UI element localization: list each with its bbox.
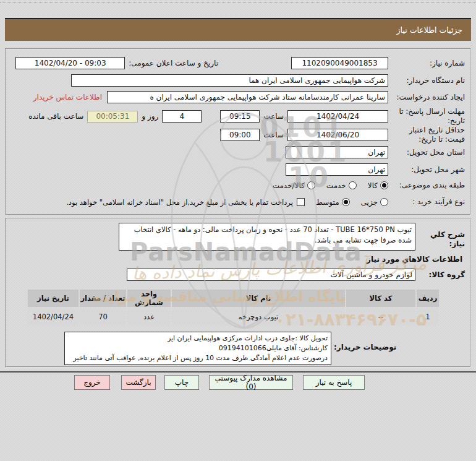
items-table-row: 1 -- تیوب دوچرخه عدد 70 1402/04/24 bbox=[28, 308, 439, 325]
cell-need-date: 1402/04/24 bbox=[28, 308, 79, 325]
row-goods-group: گروه کالا: bbox=[11, 269, 465, 281]
cell-quantity: 70 bbox=[80, 308, 126, 325]
radio-service-label: خدمت bbox=[326, 181, 346, 190]
back-button[interactable]: بازگشت bbox=[121, 375, 156, 390]
goods-info-panel: شرح کلي نیاز: تیوب TUBE 16*750 PN - تعدا… bbox=[5, 218, 471, 368]
buyer-notes-box[interactable]: تحویل کالا :جلوی درب ادارات مرکزی هواپیم… bbox=[64, 332, 331, 365]
radio-goods[interactable] bbox=[380, 181, 388, 189]
radio-service[interactable] bbox=[349, 181, 357, 189]
row-buyer-org: نام دستگاه خریدار: bbox=[11, 74, 465, 87]
col-item-name: نام کالا bbox=[172, 290, 345, 307]
radio-medium-label: متوسط bbox=[316, 198, 339, 207]
cell-row-number: 1 bbox=[417, 308, 439, 325]
exit-button[interactable]: خروج bbox=[74, 375, 110, 390]
view-attachments-button[interactable]: مشاهده مدارک پیوستي (0) bbox=[209, 375, 293, 390]
col-item-code: کد کالا bbox=[346, 290, 415, 307]
deadline-date-input[interactable] bbox=[287, 110, 388, 123]
need-description-label: شرح کلي نیاز: bbox=[415, 223, 465, 249]
price-validity-label: حداقل تاریخ اعتبار قیمت: تا تاریخ: bbox=[388, 126, 465, 144]
row-need-description: شرح کلي نیاز: تیوب TUBE 16*750 PN - تعدا… bbox=[11, 223, 465, 251]
request-creator-input[interactable] bbox=[107, 91, 388, 103]
need-info-panel: شماره نیاز: تاریخ و ساعت اعلان عمومی: نا… bbox=[5, 48, 471, 215]
respond-button[interactable]: پاسخ به نیاز bbox=[303, 375, 365, 390]
delivery-city-input[interactable] bbox=[286, 163, 388, 176]
row-need-number: شماره نیاز: تاریخ و ساعت اعلان عمومی: bbox=[11, 57, 465, 69]
days-and-label: روز و bbox=[142, 112, 158, 121]
top-dotted-divider bbox=[0, 2, 476, 3]
cell-item-name: تیوب دوچرخه bbox=[172, 308, 345, 325]
price-validity-time-input[interactable] bbox=[220, 129, 260, 141]
print-button[interactable]: چاپ bbox=[164, 375, 199, 390]
announce-datetime-input[interactable] bbox=[15, 57, 125, 69]
row-request-creator: ایجاد کننده درخواست: اطلاعات تماس خریدار bbox=[11, 91, 465, 103]
radio-minor[interactable] bbox=[380, 198, 388, 206]
col-unit: واحد شمارش bbox=[127, 290, 171, 307]
need-number-label: شماره نیاز: bbox=[388, 59, 465, 68]
row-delivery-province: استان محل تحویل: bbox=[11, 146, 465, 158]
request-creator-label: ایجاد کننده درخواست: bbox=[388, 93, 465, 102]
announce-label: تاریخ و ساعت اعلان عمومی: bbox=[129, 59, 218, 67]
remaining-countdown: 00:05:31 bbox=[87, 111, 138, 123]
price-validity-date-input[interactable] bbox=[287, 129, 388, 141]
items-section-header: اطلاعات کالاهاي مورد نیاز bbox=[367, 255, 462, 264]
price-validity-hour-label: ساعت bbox=[263, 131, 284, 139]
row-buyer-notes: توضیحات خریدار: تحویل کالا :جلوی درب ادا… bbox=[11, 332, 465, 365]
radio-minor-label: جزیی bbox=[361, 198, 378, 207]
buyer-notes-label: توضیحات خریدار: bbox=[331, 332, 465, 352]
row-price-validity: حداقل تاریخ اعتبار قیمت: تا تاریخ: ساعت bbox=[11, 126, 465, 144]
buyer-org-input[interactable] bbox=[71, 74, 388, 87]
subject-category-label: طبقه بندی موضوعی: bbox=[388, 181, 465, 190]
cell-item-code: -- bbox=[346, 308, 415, 325]
need-number-input[interactable] bbox=[291, 57, 388, 69]
need-details-page: { "colors": { "header": "#8a6a44", "link… bbox=[0, 0, 476, 461]
footer-divider bbox=[0, 371, 476, 373]
treasury-docs-checkbox[interactable] bbox=[297, 198, 305, 206]
page-title: جزئیات اطلاعات نیاز bbox=[397, 25, 462, 35]
goods-group-input[interactable] bbox=[127, 269, 415, 281]
radio-goods-label: کالا bbox=[368, 181, 378, 190]
items-table-header-row: ردیف کد کالا نام کالا واحد شمارش تعداد /… bbox=[28, 290, 439, 307]
cell-unit: عدد bbox=[127, 308, 171, 325]
items-table: ردیف کد کالا نام کالا واحد شمارش تعداد /… bbox=[27, 288, 440, 327]
row-subject-category: طبقه بندی موضوعی: کالا خدمت کالا/خدمت bbox=[11, 181, 465, 190]
purchase-process-label: نوع فرآیند خرید : bbox=[388, 197, 465, 207]
remaining-hours-label: ساعت باقی مانده bbox=[28, 112, 83, 121]
delivery-province-input[interactable] bbox=[286, 146, 388, 158]
deadline-days-input[interactable] bbox=[162, 110, 202, 123]
col-quantity: تعداد / مقدار bbox=[80, 290, 126, 307]
col-row-number: ردیف bbox=[417, 290, 439, 307]
response-deadline-label: مهلت ارسال پاسخ: تا تاریخ: bbox=[388, 107, 465, 126]
row-purchase-process: نوع فرآیند خرید : جزیی متوسط پرداخت تمام… bbox=[11, 197, 465, 207]
need-description-box[interactable]: تیوب TUBE 16*750 PN - تعداد 70 عدد - نحو… bbox=[119, 223, 415, 251]
title-bar: جزئیات اطلاعات نیاز bbox=[5, 18, 471, 41]
radio-medium[interactable] bbox=[342, 198, 350, 206]
col-need-date: تاریخ نیاز bbox=[28, 290, 79, 307]
row-response-deadline: مهلت ارسال پاسخ: تا تاریخ: ساعت روز و 00… bbox=[11, 107, 465, 126]
radio-goods-service[interactable] bbox=[307, 181, 315, 189]
deadline-time-input[interactable] bbox=[220, 110, 260, 123]
delivery-province-label: استان محل تحویل: bbox=[388, 148, 465, 157]
goods-group-label: گروه کالا: bbox=[415, 270, 465, 280]
treasury-docs-label: پرداخت تمام یا بخشی از مبلغ خرید,از محل … bbox=[66, 198, 293, 207]
radio-goods-service-label: کالا/خدمت bbox=[273, 181, 305, 190]
deadline-hour-label: ساعت bbox=[263, 112, 284, 121]
footer-buttons: پاسخ به نیاز مشاهده مدارک پیوستي (0) چاپ… bbox=[73, 375, 365, 390]
buyer-org-label: نام دستگاه خریدار: bbox=[388, 76, 465, 85]
row-delivery-city: شهر محل تحویل: bbox=[11, 163, 465, 176]
delivery-city-label: شهر محل تحویل: bbox=[388, 165, 465, 174]
buyer-contact-link[interactable]: اطلاعات تماس خریدار bbox=[33, 93, 102, 101]
